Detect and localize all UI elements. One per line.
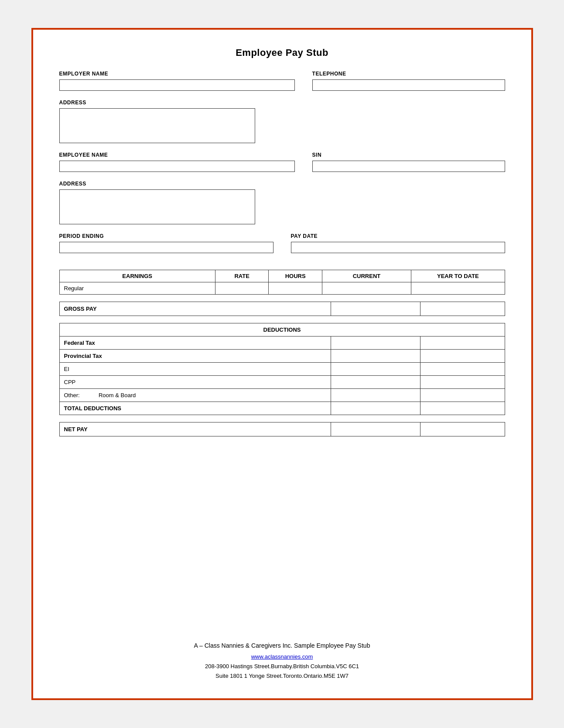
employee-name-group: EMPLOYEE NAME [59, 152, 295, 172]
current-col-header: CURRENT [322, 270, 411, 282]
footer-address2: Suite 1801 1 Yonge Street.Toronto.Ontari… [33, 671, 531, 681]
sin-input[interactable] [312, 161, 505, 172]
total-deductions-row: TOTAL DEDUCTIONS [59, 402, 505, 415]
federal-tax-label: Federal Tax [59, 337, 331, 350]
other-text: Other: Room & Board [64, 392, 136, 398]
earnings-row-regular: Regular [59, 282, 505, 295]
employer-section: EMPLOYER NAME TELEPHONE [59, 71, 505, 91]
footer-section: A – Class Nannies & Caregivers Inc. Samp… [33, 641, 531, 681]
total-deductions-ytd[interactable] [420, 402, 505, 415]
pay-date-input[interactable] [291, 242, 505, 253]
provincial-tax-label: Provincial Tax [59, 350, 331, 363]
deductions-other-row: Other: Room & Board [59, 389, 505, 402]
employer-address-label: ADDRESS [59, 100, 256, 106]
document-title: Employee Pay Stub [59, 47, 505, 58]
other-label: Other: Room & Board [59, 389, 331, 402]
employee-address-label: ADDRESS [59, 181, 256, 187]
employer-name-input[interactable] [59, 79, 295, 91]
earnings-regular-hours[interactable] [269, 282, 322, 295]
total-deductions-current[interactable] [331, 402, 420, 415]
gross-pay-table: GROSS PAY [59, 302, 505, 316]
total-deductions-label: TOTAL DEDUCTIONS [59, 402, 331, 415]
pay-date-group: PAY DATE [291, 233, 505, 253]
employee-name-label: EMPLOYEE NAME [59, 152, 295, 158]
net-pay-current[interactable] [331, 422, 420, 436]
period-ending-input[interactable] [59, 242, 273, 253]
document: Employee Pay Stub EMPLOYER NAME TELEPHON… [31, 28, 533, 700]
earnings-regular-rate[interactable] [215, 282, 269, 295]
provincial-tax-ytd[interactable] [420, 350, 505, 363]
ei-current[interactable] [331, 363, 420, 376]
earnings-regular-label: Regular [59, 282, 215, 295]
employee-section: EMPLOYEE NAME SIN [59, 152, 505, 172]
net-pay-label: NET PAY [59, 422, 331, 436]
page-wrapper: Employee Pay Stub EMPLOYER NAME TELEPHON… [0, 0, 564, 728]
footer-website-link[interactable]: www.aclassnannies.com [251, 653, 313, 660]
federal-tax-ytd[interactable] [420, 337, 505, 350]
deductions-cpp-row: CPP [59, 376, 505, 389]
period-section: PERIOD ENDING PAY DATE [59, 233, 505, 253]
ei-label: EI [59, 363, 331, 376]
net-pay-row: NET PAY [59, 422, 505, 436]
footer-company-line: A – Class Nannies & Caregivers Inc. Samp… [33, 641, 531, 651]
gross-pay-label: GROSS PAY [59, 302, 331, 316]
deductions-header: DEDUCTIONS [59, 323, 505, 337]
employer-name-group: EMPLOYER NAME [59, 71, 295, 91]
telephone-label: TELEPHONE [312, 71, 505, 77]
deductions-federal-tax-row: Federal Tax [59, 337, 505, 350]
gross-pay-current[interactable] [331, 302, 420, 316]
ytd-col-header: YEAR TO DATE [411, 270, 505, 282]
telephone-group: TELEPHONE [312, 71, 505, 91]
cpp-ytd[interactable] [420, 376, 505, 389]
period-ending-label: PERIOD ENDING [59, 233, 273, 239]
employer-name-label: EMPLOYER NAME [59, 71, 295, 77]
period-ending-group: PERIOD ENDING [59, 233, 273, 253]
earnings-header-row: EARNINGS RATE HOURS CURRENT YEAR TO DATE [59, 270, 505, 282]
employee-name-input[interactable] [59, 161, 295, 172]
net-pay-ytd[interactable] [420, 422, 505, 436]
federal-tax-current[interactable] [331, 337, 420, 350]
employee-address-input[interactable] [59, 189, 256, 224]
footer-address1: 208-3900 Hastings Street.Burnaby.British… [33, 662, 531, 671]
provincial-tax-current[interactable] [331, 350, 420, 363]
rate-col-header: RATE [215, 270, 269, 282]
other-current[interactable] [331, 389, 420, 402]
other-ytd[interactable] [420, 389, 505, 402]
gross-pay-row: GROSS PAY [59, 302, 505, 316]
deductions-ei-row: EI [59, 363, 505, 376]
cpp-current[interactable] [331, 376, 420, 389]
deductions-header-row: DEDUCTIONS [59, 323, 505, 337]
deductions-table: DEDUCTIONS Federal Tax Provincial Tax EI [59, 323, 505, 415]
telephone-input[interactable] [312, 79, 505, 91]
earnings-col-header: EARNINGS [59, 270, 215, 282]
earnings-table: EARNINGS RATE HOURS CURRENT YEAR TO DATE… [59, 270, 505, 295]
hours-col-header: HOURS [269, 270, 322, 282]
net-pay-table: NET PAY [59, 422, 505, 436]
sin-label: SIN [312, 152, 505, 158]
earnings-regular-ytd[interactable] [411, 282, 505, 295]
gross-pay-ytd[interactable] [420, 302, 505, 316]
earnings-regular-current[interactable] [322, 282, 411, 295]
employer-address-group: ADDRESS [59, 100, 256, 143]
employee-address-group: ADDRESS [59, 181, 256, 224]
employer-address-input[interactable] [59, 108, 256, 143]
sin-group: SIN [312, 152, 505, 172]
cpp-label: CPP [59, 376, 331, 389]
ei-ytd[interactable] [420, 363, 505, 376]
deductions-provincial-tax-row: Provincial Tax [59, 350, 505, 363]
pay-date-label: PAY DATE [291, 233, 505, 239]
